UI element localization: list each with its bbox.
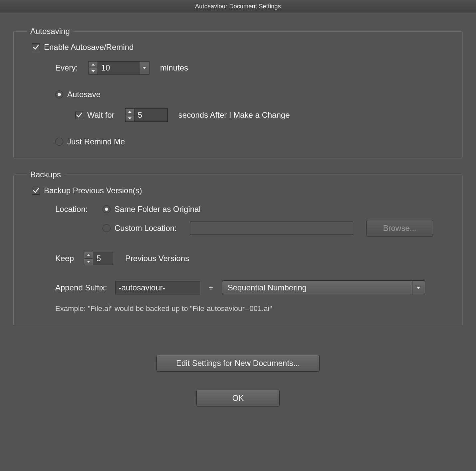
enable-backup-label: Backup Previous Version(s) [44, 186, 142, 195]
interval-label: Every: [55, 63, 78, 73]
wait-stepper[interactable] [125, 108, 134, 122]
edit-new-documents-button[interactable]: Edit Settings for New Documents... [156, 355, 320, 372]
mode-autosave-row: Autosave [55, 90, 444, 99]
wait-value-field[interactable]: 5 [134, 108, 168, 122]
interval-row: Every: 10 minutes [55, 61, 444, 75]
enable-autosave-row: Enable Autosave/Remind [32, 43, 444, 52]
enable-autosave-label: Enable Autosave/Remind [44, 43, 134, 52]
interval-unit-dropdown[interactable] [139, 61, 149, 75]
wait-step-up[interactable] [125, 109, 134, 115]
window-titlebar: Autosaviour Document Settings [0, 0, 476, 13]
suffix-field[interactable]: -autosaviour- [115, 281, 200, 294]
wait-step-down[interactable] [125, 115, 134, 122]
wait-row: Wait for 5 seconds After I Make a Change [75, 108, 444, 122]
mode-autosave-radio[interactable] [55, 90, 63, 98]
wait-checkbox[interactable] [75, 111, 83, 119]
backups-legend: Backups [27, 170, 64, 179]
location-custom-row: Custom Location: Browse... [55, 220, 444, 236]
mode-autosave-label: Autosave [67, 90, 101, 99]
location-custom-radio[interactable] [103, 224, 111, 232]
interval-stepper[interactable] [89, 61, 98, 75]
chevron-down-icon [412, 281, 425, 295]
keep-suffix-label: Previous Versions [125, 254, 189, 263]
location-same-label: Same Folder as Original [115, 205, 201, 214]
enable-backup-checkbox[interactable] [32, 187, 40, 195]
keep-label: Keep [55, 254, 74, 263]
location-custom-label: Custom Location: [115, 224, 177, 233]
interval-unit-label: minutes [160, 63, 188, 73]
interval-value-field[interactable]: 10 [98, 61, 139, 75]
location-label: Location: [55, 205, 99, 214]
location-same-row: Location: Same Folder as Original [55, 205, 444, 214]
keep-value-field[interactable]: 5 [93, 252, 113, 265]
location-same-radio[interactable] [103, 205, 111, 213]
enable-autosave-checkbox[interactable] [32, 43, 40, 51]
dialog-content: Autosaving Enable Autosave/Remind Every:… [0, 13, 476, 416]
keep-stepper[interactable] [84, 252, 93, 265]
wait-label: Wait for [87, 110, 115, 120]
interval-step-down[interactable] [89, 68, 98, 75]
browse-button[interactable]: Browse... [366, 220, 433, 236]
numbering-dropdown[interactable]: Sequential Numbering [222, 280, 425, 295]
numbering-label: Sequential Numbering [222, 281, 412, 295]
suffix-row: Append Suffix: -autosaviour- + Sequentia… [55, 280, 444, 295]
enable-backup-row: Backup Previous Version(s) [32, 186, 444, 195]
keep-row: Keep 5 Previous Versions [55, 252, 444, 265]
example-text: Example: "File.ai" would be backed up to… [55, 304, 272, 313]
plus-label: + [204, 283, 218, 292]
keep-step-up[interactable] [84, 252, 93, 258]
custom-path-field[interactable] [190, 222, 353, 235]
mode-remind-row: Just Remind Me [55, 137, 444, 146]
wait-suffix-label: seconds After I Make a Change [178, 110, 290, 120]
mode-remind-label: Just Remind Me [67, 137, 125, 146]
mode-remind-radio[interactable] [55, 138, 63, 146]
ok-button[interactable]: OK [196, 390, 280, 406]
autosaving-legend: Autosaving [27, 27, 73, 36]
backups-group: Backups Backup Previous Version(s) Locat… [13, 170, 463, 325]
keep-step-down[interactable] [84, 258, 93, 265]
suffix-label: Append Suffix: [55, 283, 107, 292]
interval-step-up[interactable] [89, 62, 98, 68]
window-title: Autosaviour Document Settings [195, 3, 281, 10]
autosaving-group: Autosaving Enable Autosave/Remind Every:… [13, 27, 463, 158]
